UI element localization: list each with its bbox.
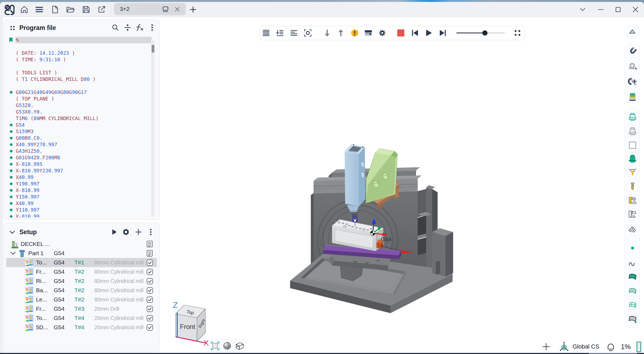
operation-enabled[interactable]: [146, 267, 153, 276]
slider-knob[interactable]: [482, 30, 487, 36]
operation-checkbox[interactable]: [146, 268, 153, 275]
sidebar-collapse-button[interactable]: [625, 24, 640, 39]
sidebar-tool-bit-button[interactable]: [625, 180, 640, 193]
orbit-icon[interactable]: [222, 341, 232, 350]
search-button[interactable]: [110, 22, 121, 33]
maximize-button[interactable]: [612, 2, 624, 17]
operation-enabled[interactable]: [146, 286, 153, 295]
setup-more-button[interactable]: [145, 227, 156, 237]
machine-gcode-doc[interactable]: [146, 239, 153, 249]
operation-checkbox[interactable]: [146, 315, 153, 322]
drag-handle-icon[interactable]: [9, 24, 16, 31]
skip-end-button[interactable]: [437, 26, 449, 39]
tree-row-machine[interactable]: DECKEL ...: [6, 239, 157, 249]
tree-row-operation[interactable]: GTo...G54T#180mm Cylindrical mill: [6, 258, 157, 267]
sidebar-toolpath-button[interactable]: [625, 222, 640, 235]
gcode-line[interactable]: ( T1 CYLINDRICAL_MILL D80 ): [4, 76, 152, 83]
tree-row-operation[interactable]: GLe...G54T#280mm Cylindrical mill: [6, 295, 157, 304]
gcode-line[interactable]: X-810.995: [4, 161, 152, 167]
goto-line-button[interactable]: [122, 22, 133, 33]
tree-row-operation[interactable]: GRi...G54T#280mm Cylindrical mill: [6, 276, 157, 286]
gcode-line[interactable]: %: [4, 37, 152, 43]
setup-play-button[interactable]: [109, 227, 120, 237]
sidebar-machine-colored-button[interactable]: [625, 194, 640, 207]
operation-enabled[interactable]: [146, 323, 153, 332]
gcode-line[interactable]: [4, 63, 152, 69]
tree-row-part[interactable]: Part 1G54: [6, 249, 157, 258]
part-collapse-chevron[interactable]: [10, 249, 16, 258]
tree-row-operation[interactable]: GBa...G54T#280mm Cylindrical mill: [6, 286, 157, 295]
report-button[interactable]: [362, 26, 374, 39]
speed-slider[interactable]: [456, 26, 506, 39]
sidebar-square-button[interactable]: [625, 138, 640, 152]
section-box-icon[interactable]: [234, 341, 244, 350]
open-file-button[interactable]: [64, 2, 77, 17]
operation-checkbox[interactable]: [146, 259, 153, 266]
window-menu-chevron[interactable]: [576, 2, 589, 17]
new-tab-button[interactable]: [187, 2, 199, 17]
notifications-button[interactable]: [606, 342, 616, 352]
operation-checkbox[interactable]: [146, 287, 153, 294]
gcode-line[interactable]: ( TOOLS LIST ): [4, 69, 152, 76]
close-button[interactable]: [629, 2, 642, 17]
save-button[interactable]: [80, 2, 92, 17]
operation-enabled[interactable]: [146, 295, 153, 304]
gcode-line[interactable]: G43H1Z50.: [4, 148, 152, 154]
tree-row-operation[interactable]: GTo...G54T#420mm Cylindrical mill: [6, 313, 157, 323]
gcode-line[interactable]: ( TIME: 9:31:10 ): [4, 56, 152, 63]
gcode-line[interactable]: ( TOP PLANE ): [4, 96, 152, 102]
tree-row-operation[interactable]: GFr...G54T#320mm Drill: [6, 304, 157, 313]
statusbar-coordinate-system[interactable]: Global CS: [558, 341, 599, 352]
setup-add-button[interactable]: [133, 227, 144, 237]
gcode-line[interactable]: Y110.997: [4, 207, 152, 213]
gcode-listing[interactable]: %( DATE: 14.11.2023 )( TIME: 9:31:10 )( …: [4, 37, 152, 218]
gcode-line[interactable]: T1M6 (80MM CYLINDRICAL MILL): [4, 115, 152, 122]
sidebar-surface-gray-button[interactable]: [625, 285, 640, 298]
home-button[interactable]: [18, 2, 31, 17]
select-frame-button[interactable]: [302, 26, 314, 39]
stop-button[interactable]: [395, 26, 407, 39]
setup-collapse-chevron-icon[interactable]: [9, 230, 16, 234]
step-down-button[interactable]: [321, 26, 333, 39]
app-logo[interactable]: [3, 2, 16, 17]
code-scrollbar-thumb[interactable]: [152, 45, 154, 53]
gcode-line[interactable]: [4, 83, 152, 89]
tab-close-icon[interactable]: [174, 6, 180, 12]
sidebar-vise-button[interactable]: [625, 75, 640, 88]
warnings-button[interactable]: [349, 26, 361, 39]
gcode-line[interactable]: G00G21G40G49G69G80G90G17: [4, 89, 152, 96]
fit-view-icon[interactable]: [210, 341, 220, 350]
sidebar-surface-wire-button[interactable]: [625, 299, 640, 312]
gcode-line[interactable]: Y150.997: [4, 194, 152, 200]
gcode-line[interactable]: X-810.99Y230.997: [4, 167, 152, 174]
gcode-line[interactable]: G00B0.C0.: [4, 135, 152, 141]
sidebar-magnet-button[interactable]: [625, 44, 640, 58]
sidebar-machine-outline-button[interactable]: [625, 208, 640, 221]
part-gcode-doc[interactable]: [146, 249, 153, 258]
settings-button[interactable]: [376, 26, 388, 39]
green-fixture[interactable]: [366, 148, 398, 203]
view-cube[interactable]: Front Top Right Z X: [173, 300, 209, 347]
tab-monitor-icon[interactable]: [162, 6, 169, 12]
setup-machine-button[interactable]: [121, 227, 131, 237]
gcode-line[interactable]: G53Z0.: [4, 102, 152, 109]
gcode-line[interactable]: X-810.99: [4, 187, 152, 194]
operation-enabled[interactable]: [146, 313, 153, 323]
gcode-line[interactable]: X40.99Y270.997: [4, 141, 152, 148]
tree-row-operation[interactable]: GFr...G54T#280mm Cylindrical mill: [6, 267, 157, 276]
code-scrollbar[interactable]: [151, 39, 155, 216]
tab-3plus2[interactable]: 3+2: [114, 3, 186, 15]
operation-enabled[interactable]: [146, 258, 153, 267]
sidebar-point-button[interactable]: [625, 241, 640, 255]
gcode-line[interactable]: G01G94Z0.F200M8: [4, 154, 152, 161]
skip-start-button[interactable]: [409, 26, 421, 39]
gcode-line[interactable]: G53X0.Y0.: [4, 109, 152, 115]
step-up-button[interactable]: [335, 26, 347, 39]
gcode-line[interactable]: G54: [4, 122, 152, 128]
machine-model[interactable]: G54: [290, 144, 453, 313]
gcode-line[interactable]: Y190.997: [4, 181, 152, 187]
sidebar-stock-teal-button[interactable]: [625, 110, 640, 124]
sidebar-surface-solid-button[interactable]: [625, 270, 640, 284]
sidebar-indicator-button[interactable]: [625, 60, 640, 73]
sidebar-tool-holder-button[interactable]: [625, 166, 640, 179]
